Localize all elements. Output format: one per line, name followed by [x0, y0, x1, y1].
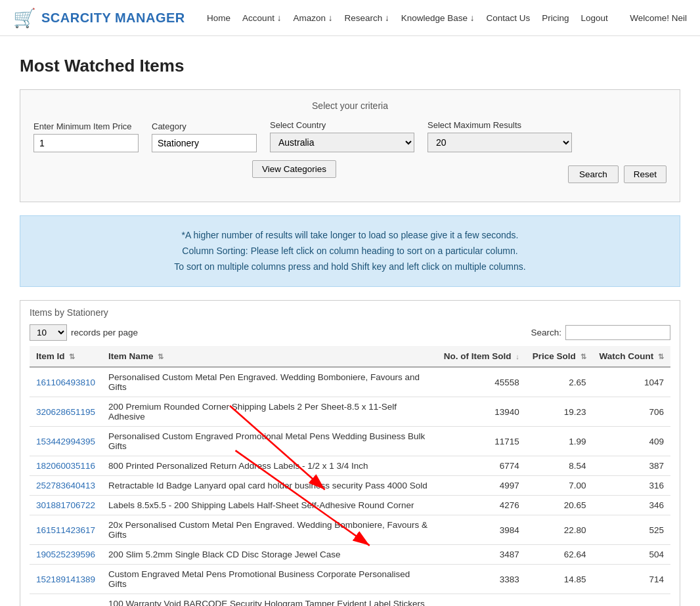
- item-id-link[interactable]: 301881706722: [36, 500, 95, 510]
- cell-item-id: 161106493810: [30, 367, 102, 397]
- max-results-field: Select Maximum Results 5 10 20 50 100: [427, 120, 572, 152]
- cell-item-name: Personalised Custom Engraved Promotional…: [102, 427, 437, 456]
- cell-item-name: Labels 8.5x5.5 - 200 Shipping Labels Hal…: [102, 496, 437, 515]
- item-id-link[interactable]: 153442994395: [36, 437, 95, 446]
- table-section-title: Items by Stationery: [30, 307, 670, 318]
- table-row: 190525239596 200 Slim 5.2mm Single Black…: [30, 545, 670, 565]
- nav-pricing[interactable]: Pricing: [542, 13, 569, 23]
- records-per-page: 10 25 50 100 records per page: [30, 324, 138, 341]
- cell-items-sold: 4276: [437, 496, 526, 515]
- search-button[interactable]: Search: [568, 165, 619, 183]
- cell-price-sold: 62.64: [526, 545, 593, 565]
- reset-button[interactable]: Reset: [624, 165, 667, 183]
- item-id-link[interactable]: 161106493810: [36, 378, 95, 387]
- item-id-link[interactable]: 190525239596: [36, 550, 95, 559]
- cell-item-id: 190525239596: [30, 545, 102, 565]
- table-search-label: Search:: [531, 328, 561, 337]
- cell-items-sold: 45558: [437, 367, 526, 397]
- info-line-2: Column Sorting: Please left click on col…: [36, 244, 664, 259]
- col-price-sold[interactable]: Price Sold ⇅: [526, 346, 593, 367]
- cell-items-sold: 3383: [437, 565, 526, 594]
- records-per-page-label: records per page: [71, 328, 138, 337]
- cell-watch-count: 409: [593, 427, 670, 456]
- nav-home[interactable]: Home: [207, 13, 230, 23]
- view-categories-button[interactable]: View Categories: [252, 160, 336, 178]
- cell-item-id: 331939931203: [30, 594, 102, 606]
- table-search-input[interactable]: [565, 325, 670, 340]
- cell-watch-count: 525: [593, 515, 670, 545]
- cell-items-sold: 13940: [437, 397, 526, 427]
- max-results-select[interactable]: 5 10 20 50 100: [427, 133, 572, 152]
- category-input[interactable]: [152, 134, 257, 152]
- cell-price-sold: 20.65: [526, 496, 593, 515]
- nav-right: Welcome! Neil: [630, 13, 687, 23]
- table-body: 161106493810 Personalised Custom Metal P…: [30, 367, 670, 606]
- nav-logout[interactable]: Logout: [581, 13, 608, 23]
- col-item-id[interactable]: Item Id ⇅: [30, 346, 102, 367]
- cell-item-id: 320628651195: [30, 397, 102, 427]
- table-row: 182060035116 800 Printed Personalized Re…: [30, 456, 670, 476]
- nav-amazon[interactable]: Amazon ↓: [293, 13, 332, 23]
- item-id-link[interactable]: 152189141389: [36, 574, 95, 584]
- sort-icon-item-name: ⇅: [158, 353, 164, 360]
- cell-items-sold: 3487: [437, 545, 526, 565]
- sort-icon-watch-count: ⇅: [658, 353, 664, 360]
- welcome-message: Welcome! Neil: [630, 13, 687, 23]
- records-per-page-select[interactable]: 10 25 50 100: [30, 324, 67, 341]
- country-field: Select Country Australia United States U…: [270, 120, 414, 152]
- category-field: Category: [152, 121, 257, 152]
- page-content: Most Watched Items Select your criteria …: [0, 36, 700, 606]
- cell-item-name: Personalised Custom Metal Pen Engraved. …: [102, 367, 437, 397]
- item-id-link[interactable]: 252783640413: [36, 481, 95, 490]
- info-line-3: To sort on multiple columns press and ho…: [36, 259, 664, 275]
- cell-item-name: Custom Engraved Metal Pens Promotional B…: [102, 565, 437, 594]
- cell-items-sold: 2424: [437, 594, 526, 606]
- col-item-name[interactable]: Item Name ⇅: [102, 346, 437, 367]
- criteria-title: Select your criteria: [33, 100, 667, 111]
- cell-watch-count: 387: [593, 456, 670, 476]
- cell-watch-count: 316: [593, 476, 670, 496]
- table-row: 152189141389 Custom Engraved Metal Pens …: [30, 565, 670, 594]
- cell-watch-count: 346: [593, 496, 670, 515]
- cell-price-sold: 19.23: [526, 397, 593, 427]
- cell-item-id: 252783640413: [30, 476, 102, 496]
- cell-item-name: 20x Personalised Custom Metal Pen Engrav…: [102, 515, 437, 545]
- nav-contact-us[interactable]: Contact Us: [487, 13, 531, 23]
- page-title: Most Watched Items: [20, 56, 680, 76]
- item-id-link[interactable]: 161511423617: [36, 525, 95, 535]
- info-box: *A higher number of results will take lo…: [20, 215, 680, 287]
- cell-items-sold: 6774: [437, 456, 526, 476]
- cell-item-name: 100 Warranty Void BARCODE Security Holog…: [102, 594, 437, 606]
- cell-watch-count: 706: [593, 397, 670, 427]
- nav-links: Home Account ↓ Amazon ↓ Research ↓ Knowl…: [207, 13, 608, 23]
- brand-logo[interactable]: 🛒 SCARCITY MANAGER: [13, 7, 185, 29]
- cell-item-id: 182060035116: [30, 456, 102, 476]
- cell-items-sold: 3984: [437, 515, 526, 545]
- cell-price-sold: 7.00: [526, 476, 593, 496]
- cell-item-name: 200 Slim 5.2mm Single Black CD Disc Stor…: [102, 545, 437, 565]
- criteria-fields-row: Enter Minimum Item Price Category Select…: [33, 120, 667, 152]
- cell-price-sold: 12.76: [526, 594, 593, 606]
- cell-price-sold: 2.65: [526, 367, 593, 397]
- nav-research[interactable]: Research ↓: [344, 13, 389, 23]
- sort-icon-price-sold: ⇅: [580, 353, 586, 360]
- cell-price-sold: 22.80: [526, 515, 593, 545]
- nav-account[interactable]: Account ↓: [242, 13, 281, 23]
- table-wrapper: Item Id ⇅ Item Name ⇅ No. of Item Sold ↓…: [30, 346, 670, 606]
- table-controls: 10 25 50 100 records per page Search:: [30, 324, 670, 341]
- table-row: 161106493810 Personalised Custom Metal P…: [30, 367, 670, 397]
- search-reset-buttons: Search Reset: [568, 165, 667, 183]
- item-id-link[interactable]: 320628651195: [36, 407, 95, 417]
- nav-knowledge-base[interactable]: Knowledge Base ↓: [401, 13, 475, 23]
- item-id-link[interactable]: 182060035116: [36, 461, 95, 471]
- data-table: Item Id ⇅ Item Name ⇅ No. of Item Sold ↓…: [30, 346, 670, 606]
- brand-name: SCARCITY MANAGER: [41, 11, 185, 26]
- navbar: 🛒 SCARCITY MANAGER Home Account ↓ Amazon…: [0, 0, 700, 36]
- cell-item-id: 301881706722: [30, 496, 102, 515]
- cell-watch-count: 282: [593, 594, 670, 606]
- country-select[interactable]: Australia United States United Kingdom C…: [270, 133, 414, 152]
- col-items-sold[interactable]: No. of Item Sold ↓: [437, 346, 526, 367]
- table-search: Search:: [531, 325, 670, 340]
- min-price-input[interactable]: [33, 134, 139, 152]
- col-watch-count[interactable]: Watch Count ⇅: [593, 346, 670, 367]
